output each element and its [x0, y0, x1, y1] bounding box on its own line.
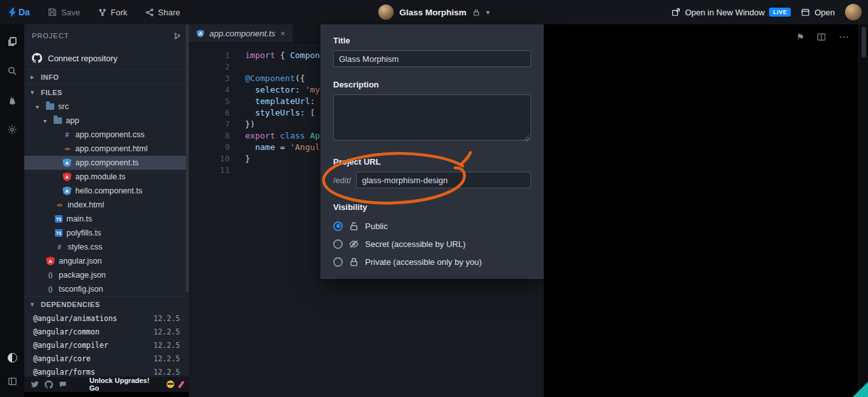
- share-button[interactable]: Share: [146, 8, 181, 17]
- project-settings-dialog: Title Description Project URL /edit/ Vis…: [320, 24, 544, 279]
- file-item[interactable]: styles.css: [24, 240, 189, 254]
- crayon-emoji-icon: [178, 380, 185, 389]
- lock-open-icon: [349, 221, 359, 231]
- search-icon[interactable]: [5, 64, 19, 78]
- more-options-icon[interactable]: ⋯: [839, 31, 849, 43]
- file-item[interactable]: main.ts: [24, 212, 189, 226]
- project-url-label: Project URL: [333, 157, 531, 167]
- section-files[interactable]: ▾ FILES: [24, 84, 189, 100]
- angular-component-icon: [63, 186, 71, 195]
- chevron-down-icon: ▾: [36, 103, 42, 110]
- twitter-icon[interactable]: [31, 380, 39, 389]
- chat-icon[interactable]: [59, 380, 67, 389]
- section-dependencies[interactable]: ▾ DEPENDENCIES: [24, 296, 189, 311]
- flag-icon[interactable]: ⚑: [796, 32, 804, 42]
- privacy-lock-icon: [472, 8, 481, 17]
- file-item[interactable]: app.component.css: [24, 128, 189, 142]
- project-title-group[interactable]: Glass Morphism ▾: [378, 4, 490, 20]
- angular-icon: [46, 257, 55, 266]
- folder-icon: [54, 117, 62, 124]
- layout-panel-icon[interactable]: [5, 374, 19, 388]
- upgrade-link[interactable]: Unlock Upgrades! Go: [89, 377, 161, 392]
- visibility-option-private[interactable]: Private (accessible only by you): [333, 253, 531, 271]
- split-view-icon[interactable]: [817, 33, 826, 41]
- eye-off-icon: [349, 239, 359, 249]
- user-avatar[interactable]: [845, 4, 862, 20]
- folder-icon: [46, 103, 54, 110]
- app-window: Da Save Fork Share Glass Morphism ▾: [0, 0, 868, 397]
- preview-pane: ⚑ ⋯: [544, 24, 858, 397]
- folder-item-src[interactable]: ▾ src: [24, 100, 189, 114]
- file-item[interactable]: angular.json: [24, 254, 189, 268]
- open-button[interactable]: Open: [801, 8, 835, 17]
- file-item[interactable]: app.component.html: [24, 142, 189, 156]
- share-icon: [146, 8, 154, 17]
- dependency-item[interactable]: @angular/compiler 12.2.5: [24, 338, 189, 352]
- json-file-icon: [46, 271, 55, 280]
- sidebar-footer: Unlock Upgrades! Go: [24, 377, 189, 392]
- title-input[interactable]: [333, 50, 531, 67]
- typescript-file-icon: [55, 229, 63, 237]
- dependency-item[interactable]: @angular/core 12.2.5: [24, 352, 189, 365]
- description-label: Description: [333, 80, 531, 89]
- logo-label: Da: [19, 7, 30, 17]
- new-window-icon: [671, 8, 680, 17]
- visibility-label: Visibility: [333, 202, 531, 212]
- file-item[interactable]: polyfills.ts: [24, 226, 189, 240]
- dependency-item[interactable]: @angular/animations 12.2.5: [24, 311, 189, 325]
- file-item-selected[interactable]: app.component.ts: [24, 156, 189, 170]
- save-icon: [48, 8, 57, 17]
- sidebar: PROJECT Connect repository ▸ INFO ▾ FILE…: [24, 24, 189, 392]
- url-prefix: /edit/: [333, 176, 351, 185]
- file-item[interactable]: tsconfig.json: [24, 282, 189, 296]
- code-line: name = 'Angula: [245, 142, 325, 153]
- connect-repository-button[interactable]: Connect repository: [24, 47, 189, 69]
- html-file-icon: [63, 144, 71, 153]
- activity-bar: [0, 24, 24, 397]
- file-item[interactable]: package.json: [24, 268, 189, 282]
- folder-item-app[interactable]: ▾ app: [24, 114, 189, 128]
- theme-toggle-icon[interactable]: [8, 353, 17, 363]
- open-window-icon: [801, 8, 810, 17]
- css-file-icon: [55, 243, 64, 251]
- radio-unselected[interactable]: [333, 257, 343, 267]
- settings-gear-icon[interactable]: [5, 123, 19, 137]
- open-in-new-window-button[interactable]: Open in New Window LIVE: [671, 8, 791, 17]
- dependency-item[interactable]: @angular/common 12.2.5: [24, 325, 189, 338]
- project-files-icon[interactable]: [5, 34, 19, 49]
- lightning-icon: [9, 8, 16, 17]
- visibility-option-public[interactable]: Public: [333, 217, 531, 235]
- angular-icon: [63, 172, 71, 181]
- section-info[interactable]: ▸ INFO: [24, 69, 189, 84]
- chevron-down-icon: ▾: [31, 301, 36, 308]
- file-item[interactable]: app.module.ts: [24, 170, 189, 184]
- chevron-down-icon: ▾: [486, 8, 490, 17]
- tab-app-component-ts[interactable]: app.component.ts ×: [189, 24, 293, 43]
- description-textarea[interactable]: [333, 94, 531, 140]
- page-scrollbar-thumb[interactable]: [862, 27, 866, 57]
- top-bar: Da Save Fork Share Glass Morphism ▾: [0, 0, 868, 24]
- close-icon[interactable]: ×: [280, 29, 285, 38]
- page-scrollbar-track[interactable]: [858, 24, 868, 397]
- radio-unselected[interactable]: [333, 239, 343, 249]
- stackblitz-logo[interactable]: Da: [9, 7, 30, 17]
- radio-selected[interactable]: [333, 221, 343, 231]
- chevron-right-icon: ▸: [31, 73, 36, 80]
- corner-ribbon[interactable]: [853, 382, 868, 397]
- fork-button[interactable]: Fork: [98, 8, 128, 17]
- resize-grip-icon[interactable]: [523, 135, 529, 141]
- deploy-icon[interactable]: [5, 93, 19, 107]
- visibility-option-secret[interactable]: Secret (accessible by URL): [333, 235, 531, 253]
- file-item[interactable]: index.html: [24, 198, 189, 212]
- code-line: styleUrls: [ ': [245, 107, 325, 119]
- save-button[interactable]: Save: [48, 8, 80, 17]
- github-icon: [32, 53, 42, 63]
- project-header: PROJECT: [24, 24, 189, 47]
- code-line: import { Compone: [245, 50, 325, 61]
- project-url-input[interactable]: [356, 172, 531, 188]
- branch-icon[interactable]: [173, 32, 181, 40]
- json-file-icon: [46, 285, 55, 294]
- file-item[interactable]: hello.component.ts: [24, 184, 189, 198]
- github-icon[interactable]: [45, 380, 53, 389]
- angular-component-icon: [63, 158, 71, 167]
